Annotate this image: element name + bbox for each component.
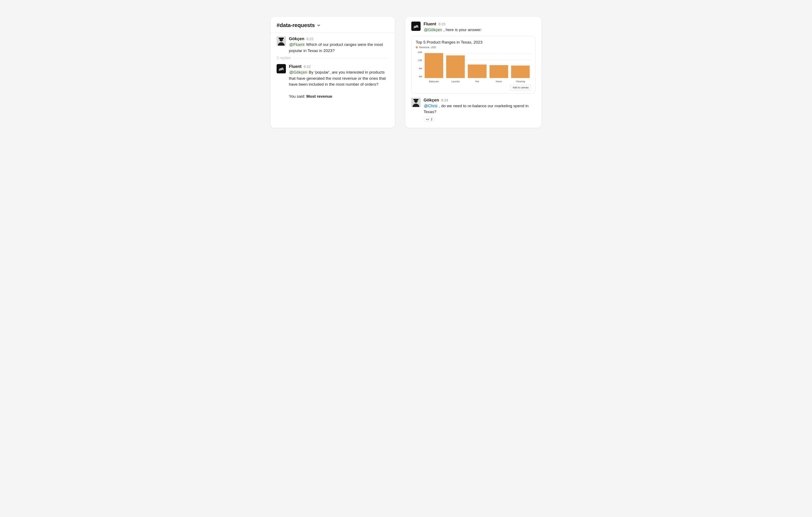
chart-legend: Revenue, USD xyxy=(416,46,531,49)
avatar[interactable] xyxy=(411,22,420,31)
avatar[interactable] xyxy=(277,36,286,46)
message-time: 8:24 xyxy=(441,98,448,103)
message-text: @Gökçen By 'popular', are you interested… xyxy=(289,69,389,99)
chart-plot: 16M12M8M4M BabycareLaundryPetHomeCleanin… xyxy=(416,51,531,83)
replies-separator[interactable]: 3 replies xyxy=(271,54,395,60)
message: Gökçen 8:24 @Chris , do we need to re-ba… xyxy=(411,98,535,122)
message: Fluent 8:23 @Gökçen , here is your answe… xyxy=(411,22,535,33)
chart-bar[interactable] xyxy=(468,64,486,78)
chart-bar[interactable] xyxy=(511,65,530,78)
message-text: @Gökçen , here is your answer: xyxy=(424,27,535,33)
y-axis-ticks: 16M12M8M4M xyxy=(416,51,423,78)
mention[interactable]: @Chris xyxy=(424,104,438,108)
channel-name: #data-requests xyxy=(277,22,315,29)
message-text: @Fluent Which of our product ranges were… xyxy=(289,42,389,54)
chart-bar[interactable] xyxy=(490,65,508,78)
x-axis-labels: BabycareLaundryPetHomeCleaning xyxy=(423,80,531,83)
channel-card: #data-requests Gökçen 8:22 @Fluent Which… xyxy=(271,17,395,128)
chart-bar[interactable] xyxy=(446,55,465,78)
chart-bars xyxy=(423,51,531,78)
y-tick-label: 16M xyxy=(416,51,422,54)
mention[interactable]: @Fluent xyxy=(289,42,305,47)
message-time: 8:23 xyxy=(438,22,445,26)
message-author: Fluent xyxy=(424,22,436,26)
reaction-count: 2 xyxy=(431,118,432,121)
x-tick-label: Cleaning xyxy=(511,80,530,83)
y-tick-label: 8M xyxy=(416,67,422,70)
legend-swatch-icon xyxy=(416,46,418,49)
mention[interactable]: @Gökçen xyxy=(289,70,308,75)
message: Gökçen 8:22 @Fluent Which of our product… xyxy=(271,33,395,54)
you-said-value: Most revenue xyxy=(307,94,332,98)
you-said-label: You said: xyxy=(289,94,307,98)
reaction-pill[interactable]: 👀 2 xyxy=(424,117,435,122)
message-time: 8:22 xyxy=(307,37,313,41)
chart-bar[interactable] xyxy=(425,53,443,78)
chart-title: Top 5 Product Ranges in Texas, 2023 xyxy=(416,40,531,45)
thread-card: Fluent 8:23 @Gökçen , here is your answe… xyxy=(405,17,541,128)
chart-attachment: Top 5 Product Ranges in Texas, 2023 Reve… xyxy=(411,36,535,93)
svg-rect-2 xyxy=(279,38,284,39)
y-tick-label: 12M xyxy=(416,59,422,61)
channel-header[interactable]: #data-requests xyxy=(271,17,395,33)
eyes-icon: 👀 xyxy=(426,118,430,121)
x-tick-label: Pet xyxy=(468,80,486,83)
message-author: Gökçen xyxy=(289,36,304,41)
message-text: @Chris , do we need to re-balance our ma… xyxy=(424,103,535,115)
replies-count: 3 replies xyxy=(277,56,291,60)
chevron-down-icon xyxy=(317,23,321,28)
message-author: Gökçen xyxy=(424,98,439,103)
message: Fluent 8:22 @Gökçen By 'popular', are yo… xyxy=(271,60,395,99)
legend-label: Revenue, USD xyxy=(419,46,436,49)
avatar[interactable] xyxy=(277,64,286,74)
mention[interactable]: @Gökçen xyxy=(424,28,442,32)
message-author: Fluent xyxy=(289,64,301,69)
add-to-canvas-button[interactable]: Add to canvas xyxy=(510,85,531,90)
message-time: 8:22 xyxy=(303,65,311,69)
x-tick-label: Laundry xyxy=(446,80,465,83)
x-tick-label: Home xyxy=(490,80,508,83)
message-text-content: , do we need to re-balance our marketing… xyxy=(424,104,528,114)
svg-rect-5 xyxy=(413,99,418,100)
x-tick-label: Babycare xyxy=(425,80,443,83)
y-tick-label: 4M xyxy=(416,75,422,78)
message-text-content: , here is your answer: xyxy=(442,28,482,32)
avatar[interactable] xyxy=(411,98,420,107)
